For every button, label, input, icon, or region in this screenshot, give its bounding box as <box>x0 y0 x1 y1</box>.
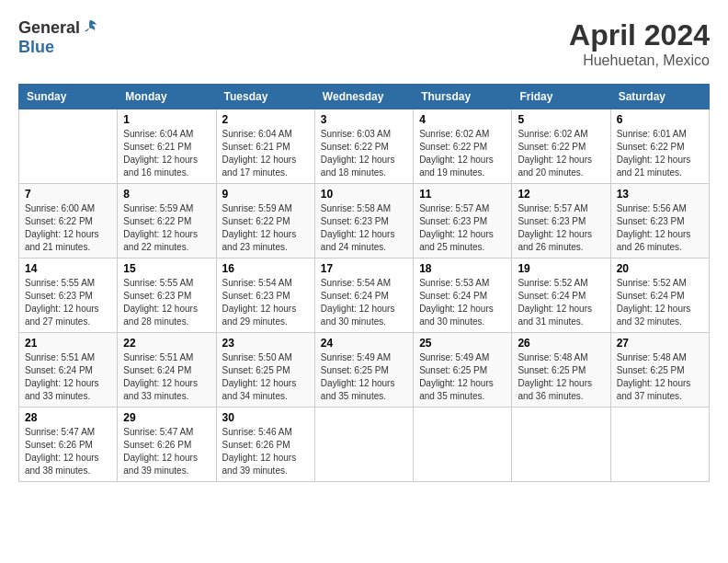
calendar-cell <box>314 408 413 482</box>
day-info: Sunrise: 5:48 AMSunset: 6:25 PMDaylight:… <box>518 351 604 403</box>
calendar-cell: 15Sunrise: 5:55 AMSunset: 6:23 PMDayligh… <box>118 259 216 333</box>
calendar-cell: 13Sunrise: 5:56 AMSunset: 6:23 PMDayligh… <box>610 184 709 259</box>
logo-general: General <box>18 19 80 38</box>
calendar-subtitle: Huehuetan, Mexico <box>569 52 710 69</box>
day-number: 26 <box>518 337 604 350</box>
day-info: Sunrise: 5:52 AMSunset: 6:24 PMDaylight:… <box>617 277 703 328</box>
day-number: 18 <box>419 262 506 275</box>
day-info: Sunrise: 6:01 AMSunset: 6:22 PMDaylight:… <box>617 128 703 179</box>
calendar-cell <box>610 408 709 482</box>
day-info: Sunrise: 5:55 AMSunset: 6:23 PMDaylight:… <box>123 277 210 328</box>
calendar-cell: 12Sunrise: 5:57 AMSunset: 6:23 PMDayligh… <box>512 184 610 259</box>
title-area: April 2024 Huehuetan, Mexico <box>569 18 710 69</box>
calendar-table: SundayMondayTuesdayWednesdayThursdayFrid… <box>18 84 710 482</box>
day-info: Sunrise: 5:48 AMSunset: 6:25 PMDaylight:… <box>617 351 703 403</box>
weekday-header-friday: Friday <box>512 85 610 109</box>
calendar-cell: 5Sunrise: 6:02 AMSunset: 6:22 PMDaylight… <box>512 109 610 184</box>
day-info: Sunrise: 5:51 AMSunset: 6:24 PMDaylight:… <box>123 351 210 403</box>
day-number: 11 <box>419 188 506 201</box>
calendar-cell: 4Sunrise: 6:02 AMSunset: 6:22 PMDaylight… <box>414 109 512 184</box>
calendar-cell: 14Sunrise: 5:55 AMSunset: 6:23 PMDayligh… <box>19 259 118 333</box>
calendar-cell: 27Sunrise: 5:48 AMSunset: 6:25 PMDayligh… <box>610 333 709 408</box>
calendar-cell: 16Sunrise: 5:54 AMSunset: 6:23 PMDayligh… <box>216 259 314 333</box>
weekday-header-tuesday: Tuesday <box>216 85 314 109</box>
day-number: 20 <box>617 262 703 275</box>
day-info: Sunrise: 5:56 AMSunset: 6:23 PMDaylight:… <box>617 202 703 254</box>
day-number: 12 <box>518 188 604 201</box>
calendar-cell <box>19 109 118 184</box>
weekday-header-thursday: Thursday <box>414 85 512 109</box>
day-number: 16 <box>222 262 309 275</box>
day-number: 4 <box>419 113 506 126</box>
calendar-cell: 17Sunrise: 5:54 AMSunset: 6:24 PMDayligh… <box>314 259 413 333</box>
day-number: 8 <box>123 188 210 201</box>
day-info: Sunrise: 5:52 AMSunset: 6:24 PMDaylight:… <box>518 277 604 328</box>
calendar-cell: 24Sunrise: 5:49 AMSunset: 6:25 PMDayligh… <box>314 333 413 408</box>
day-info: Sunrise: 5:57 AMSunset: 6:23 PMDaylight:… <box>518 202 604 254</box>
calendar-cell: 11Sunrise: 5:57 AMSunset: 6:23 PMDayligh… <box>414 184 512 259</box>
day-number: 14 <box>25 262 111 275</box>
calendar-cell: 23Sunrise: 5:50 AMSunset: 6:25 PMDayligh… <box>216 333 314 408</box>
day-info: Sunrise: 6:04 AMSunset: 6:21 PMDaylight:… <box>123 128 210 179</box>
day-info: Sunrise: 5:47 AMSunset: 6:26 PMDaylight:… <box>123 426 210 477</box>
day-number: 27 <box>617 337 703 350</box>
calendar-cell: 22Sunrise: 5:51 AMSunset: 6:24 PMDayligh… <box>118 333 216 408</box>
weekday-header-saturday: Saturday <box>610 85 709 109</box>
day-info: Sunrise: 5:57 AMSunset: 6:23 PMDaylight:… <box>419 202 506 254</box>
day-info: Sunrise: 6:03 AMSunset: 6:22 PMDaylight:… <box>321 128 407 179</box>
calendar-title: April 2024 <box>569 18 710 52</box>
calendar-cell: 18Sunrise: 5:53 AMSunset: 6:24 PMDayligh… <box>414 259 512 333</box>
day-info: Sunrise: 5:54 AMSunset: 6:24 PMDaylight:… <box>321 277 407 328</box>
day-number: 30 <box>222 411 309 424</box>
day-number: 9 <box>222 188 309 201</box>
calendar-cell: 25Sunrise: 5:49 AMSunset: 6:25 PMDayligh… <box>414 333 512 408</box>
day-number: 7 <box>25 188 111 201</box>
day-number: 29 <box>123 411 210 424</box>
calendar-cell: 10Sunrise: 5:58 AMSunset: 6:23 PMDayligh… <box>314 184 413 259</box>
calendar-cell <box>414 408 512 482</box>
day-number: 10 <box>321 188 407 201</box>
calendar-cell: 9Sunrise: 5:59 AMSunset: 6:22 PMDaylight… <box>216 184 314 259</box>
header: General Blue April 2024 Huehuetan, Mexic… <box>18 18 710 69</box>
day-info: Sunrise: 5:50 AMSunset: 6:25 PMDaylight:… <box>222 351 309 403</box>
logo-bird-icon <box>82 18 98 39</box>
weekday-header-sunday: Sunday <box>19 85 118 109</box>
day-number: 1 <box>123 113 210 126</box>
day-info: Sunrise: 5:54 AMSunset: 6:23 PMDaylight:… <box>222 277 309 328</box>
day-info: Sunrise: 5:49 AMSunset: 6:25 PMDaylight:… <box>321 351 407 403</box>
day-info: Sunrise: 5:46 AMSunset: 6:26 PMDaylight:… <box>222 426 309 477</box>
calendar-cell: 6Sunrise: 6:01 AMSunset: 6:22 PMDaylight… <box>610 109 709 184</box>
day-info: Sunrise: 5:49 AMSunset: 6:25 PMDaylight:… <box>419 351 506 403</box>
day-info: Sunrise: 5:53 AMSunset: 6:24 PMDaylight:… <box>419 277 506 328</box>
calendar-cell: 29Sunrise: 5:47 AMSunset: 6:26 PMDayligh… <box>118 408 216 482</box>
day-info: Sunrise: 6:00 AMSunset: 6:22 PMDaylight:… <box>25 202 111 254</box>
day-number: 24 <box>321 337 407 350</box>
day-number: 13 <box>617 188 703 201</box>
calendar-cell: 20Sunrise: 5:52 AMSunset: 6:24 PMDayligh… <box>610 259 709 333</box>
day-info: Sunrise: 5:59 AMSunset: 6:22 PMDaylight:… <box>123 202 210 254</box>
day-number: 21 <box>25 337 111 350</box>
day-number: 6 <box>617 113 703 126</box>
logo-blue: Blue <box>18 39 54 57</box>
logo: General Blue <box>18 18 98 57</box>
day-info: Sunrise: 5:47 AMSunset: 6:26 PMDaylight:… <box>25 426 111 477</box>
day-info: Sunrise: 5:59 AMSunset: 6:22 PMDaylight:… <box>222 202 309 254</box>
day-info: Sunrise: 6:02 AMSunset: 6:22 PMDaylight:… <box>419 128 506 179</box>
day-number: 3 <box>321 113 407 126</box>
calendar-cell: 28Sunrise: 5:47 AMSunset: 6:26 PMDayligh… <box>19 408 118 482</box>
calendar-cell: 19Sunrise: 5:52 AMSunset: 6:24 PMDayligh… <box>512 259 610 333</box>
calendar-cell: 3Sunrise: 6:03 AMSunset: 6:22 PMDaylight… <box>314 109 413 184</box>
day-number: 19 <box>518 262 604 275</box>
day-info: Sunrise: 6:02 AMSunset: 6:22 PMDaylight:… <box>518 128 604 179</box>
day-number: 2 <box>222 113 309 126</box>
calendar-cell: 1Sunrise: 6:04 AMSunset: 6:21 PMDaylight… <box>118 109 216 184</box>
weekday-header-monday: Monday <box>118 85 216 109</box>
day-info: Sunrise: 5:58 AMSunset: 6:23 PMDaylight:… <box>321 202 407 254</box>
day-info: Sunrise: 5:55 AMSunset: 6:23 PMDaylight:… <box>25 277 111 328</box>
day-number: 23 <box>222 337 309 350</box>
day-info: Sunrise: 6:04 AMSunset: 6:21 PMDaylight:… <box>222 128 309 179</box>
day-number: 25 <box>419 337 506 350</box>
weekday-header-wednesday: Wednesday <box>314 85 413 109</box>
calendar-cell: 7Sunrise: 6:00 AMSunset: 6:22 PMDaylight… <box>19 184 118 259</box>
day-info: Sunrise: 5:51 AMSunset: 6:24 PMDaylight:… <box>25 351 111 403</box>
